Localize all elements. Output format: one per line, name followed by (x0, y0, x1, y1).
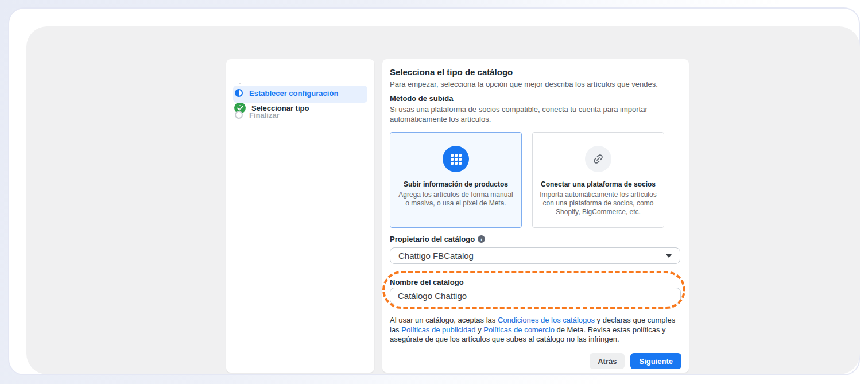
link-icon (585, 146, 611, 172)
card-title: Conectar una plataforma de socios (533, 180, 664, 188)
info-icon[interactable]: i (478, 235, 485, 243)
half-circle-icon (235, 89, 243, 97)
legal-link[interactable]: Políticas de comercio (483, 325, 555, 334)
step-label: Finalizar (249, 111, 280, 119)
page-subtitle: Para empezar, selecciona la opción que m… (390, 80, 683, 88)
step-finalizar[interactable]: Finalizar (234, 110, 280, 119)
catalog-setup-panel: Selecciona el tipo de catálogo Para empe… (382, 59, 689, 373)
catalog-owner-label: Propietario del catálogo (390, 235, 475, 243)
catalog-owner-label-row: Propietario del catálogo i (390, 235, 485, 243)
card-connect-partner-platform[interactable]: Conectar una plataforma de socios Import… (532, 132, 664, 228)
legal-link[interactable]: Políticas de publicidad (401, 325, 475, 334)
wizard-stepper: Seleccionar tipo Establecer configuració… (226, 59, 374, 373)
grid-icon (443, 146, 469, 172)
caret-down-icon (666, 254, 672, 258)
step-establecer-configuracion[interactable]: Establecer configuración (234, 88, 338, 98)
page-background: Seleccionar tipo Establecer configuració… (0, 0, 868, 384)
catalog-name-input[interactable] (390, 288, 681, 304)
catalog-name-label: Nombre del catálogo (390, 278, 464, 286)
wizard-actions: Atrás Siguiente (590, 353, 681, 369)
card-upload-product-info[interactable]: Subir información de productos Agrega lo… (390, 132, 522, 228)
upload-method-heading: Método de subida (390, 94, 454, 103)
presentation-frame: Seleccionar tipo Establecer configuració… (8, 7, 860, 375)
card-description: Importa automáticamente los artículos co… (533, 191, 664, 216)
next-button[interactable]: Siguiente (630, 353, 681, 369)
legal-text-segment: Al usar un catálogo, aceptas las (390, 316, 498, 324)
card-title: Subir información de productos (390, 180, 521, 188)
legal-text: Al usar un catálogo, aceptas las Condici… (390, 316, 686, 344)
catalog-owner-value: Chattigo FBCatalog (398, 251, 474, 261)
legal-text-segment: y (476, 325, 484, 334)
circle-outline-icon (235, 111, 243, 119)
legal-link[interactable]: Condiciones de los catálogos (498, 316, 595, 324)
page-title: Selecciona el tipo de catálogo (390, 67, 513, 77)
catalog-owner-select[interactable]: Chattigo FBCatalog (390, 247, 680, 264)
card-description: Agrega los artículos de forma manual o m… (390, 191, 521, 208)
step-label: Establecer configuración (249, 89, 338, 98)
back-button[interactable]: Atrás (590, 353, 625, 369)
app-background: Seleccionar tipo Establecer configuració… (26, 26, 860, 374)
upload-method-description: Si usas una plataforma de socios compati… (390, 104, 649, 124)
